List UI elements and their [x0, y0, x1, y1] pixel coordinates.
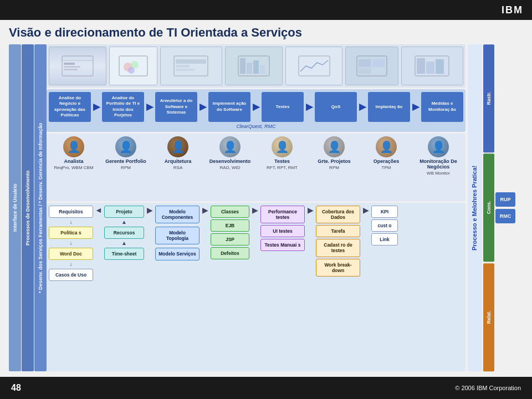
- screenshot-7: [401, 47, 463, 85]
- process-box-4: Implement ação do Software: [208, 92, 250, 122]
- person-name-arquitetura: Arquitetura: [165, 158, 192, 164]
- item-cadastro: Cadast ro de testes: [316, 239, 360, 257]
- svg-rect-10: [176, 59, 206, 64]
- svg-rect-25: [417, 58, 425, 74]
- person-sub-testes: RFT, RPT, RMT: [267, 165, 298, 171]
- col-performance: Performance testes UI testes Testes Manu…: [260, 206, 305, 252]
- arrow-down-3: ↓: [49, 262, 93, 267]
- screenshot-2: [109, 47, 157, 85]
- arrow-down-p2: ▲: [104, 241, 144, 246]
- person-sub-operacoes: TPM: [382, 165, 391, 171]
- footer-page: 48: [11, 383, 21, 393]
- person-sub-desenvolvimento: RAD, WID: [220, 165, 241, 171]
- process-box-5: Testes: [262, 92, 304, 122]
- person-sub-monitoracao: WB Monitor: [427, 171, 450, 176]
- clearquest-label: ClearQuest, RMC: [49, 124, 463, 129]
- person-analista: 👤 Analista ReqPro, WBM CBM: [49, 136, 99, 198]
- screenshot-6: [345, 47, 398, 85]
- col-cobertura: Cobertura dos Dados Tarefa Cadast ro de …: [316, 206, 360, 277]
- item-testes-manuais: Testes Manuai s: [260, 239, 305, 251]
- sub-labels-group: Rastr. Cons. Relat.: [483, 44, 494, 371]
- screenshot-5: [285, 47, 343, 85]
- process-box-7: Implantaç ão: [368, 92, 410, 122]
- person-sub-arquitetura: RSA: [173, 165, 182, 171]
- item-projeto: Projeto: [104, 206, 144, 218]
- svg-rect-11: [176, 65, 190, 68]
- ibm-logo: IBM: [502, 4, 523, 16]
- svg-rect-23: [372, 68, 385, 74]
- col-kpi: KPI cust o Link: [371, 206, 398, 246]
- item-workbreakdown: Work break- down: [316, 259, 360, 277]
- person-sub-gerente: RPM: [121, 165, 131, 171]
- item-custo: cust o: [371, 219, 398, 232]
- item-worddoc: Word Doc: [49, 248, 93, 260]
- person-projetos: 👤 Grte. Projetos RPM: [309, 136, 359, 198]
- process-box-1: Analise do Negócio e aprovação das Polit…: [49, 92, 91, 122]
- svg-rect-17: [260, 65, 265, 74]
- sub-label-cons: Cons.: [483, 154, 494, 262]
- svg-rect-26: [426, 62, 434, 74]
- label-processos: Processos de Desenvolvimento: [22, 44, 34, 371]
- person-name-monitoracao: Monitoração De Negócios: [413, 158, 463, 170]
- sub-label-relat: Relat.: [483, 263, 494, 371]
- svg-point-8: [128, 67, 135, 74]
- screenshot-4: [225, 47, 283, 85]
- svg-rect-21: [372, 59, 385, 67]
- avatar-operacoes: 👤: [376, 136, 397, 157]
- process-vertical-label: Processo e Melohres Pratica!: [468, 44, 482, 371]
- process-box-3: Arwuitetur a do Software e Sistemas: [155, 92, 197, 122]
- person-sub-analista: ReqPro, WBM CBM: [54, 165, 93, 171]
- footer-copyright: © 2006 IBM Corporation: [455, 385, 521, 391]
- item-modelo-comp: Modelo Componentes: [155, 206, 200, 223]
- avatar-projetos: 👤: [324, 136, 345, 157]
- avatar-arquitetura: 👤: [167, 136, 188, 157]
- avatar-desenvolvimento: 👤: [219, 136, 241, 157]
- screenshot-1: [49, 47, 106, 85]
- item-link: Link: [371, 233, 398, 245]
- col-modelo: Modelo Componentes Modelo Topologia Mode…: [155, 206, 200, 260]
- screenshots-row: [47, 44, 466, 88]
- process-box-8: Medidas e Monitoraç ão: [421, 92, 463, 122]
- bottom-row: Requisitos ↓ Política s ↓ Word Doc ↓ Cas…: [47, 203, 466, 371]
- item-cobertura: Cobertura dos Dados: [316, 206, 360, 223]
- right-section: Processo e Melohres Pratica! Rastr. Cons…: [468, 44, 523, 371]
- person-desenvolvimento: 👤 Desenvolvimento RAD, WID: [205, 136, 255, 198]
- item-rup: RUP: [495, 192, 515, 207]
- person-monitoracao: 👤 Monitoração De Negócios WB Monitor: [413, 136, 463, 198]
- item-kpi: KPI: [371, 206, 398, 218]
- svg-rect-22: [359, 68, 371, 74]
- item-jsp: JSP: [211, 233, 249, 245]
- arrow-down-2: ↓: [49, 241, 93, 246]
- svg-rect-27: [436, 59, 444, 74]
- arrow-down-1: ↓: [49, 219, 93, 225]
- col-projeto: Projeto ▲ Recursos ▲ Time-sheet: [104, 206, 144, 260]
- item-ui-testes: UI testes: [260, 225, 305, 237]
- person-sub-projetos: RPM: [329, 165, 339, 171]
- svg-rect-2: [64, 63, 75, 65]
- item-defeitos: Defeitos: [211, 247, 249, 259]
- label-desenv-ferramentas: * Desenv. dos Serviços Ferramentas / * D…: [34, 44, 47, 371]
- page-title: Visão e direcionamento de TI Orientada a…: [9, 25, 523, 40]
- process-row: Analise do Negócio e aprovação das Polit…: [47, 89, 466, 132]
- svg-rect-4: [64, 69, 78, 70]
- process-box-6: QoS: [315, 92, 357, 122]
- item-ejb: EJB: [211, 219, 249, 232]
- svg-rect-15: [247, 63, 252, 74]
- svg-rect-12: [176, 69, 195, 71]
- avatar-gerente: 👤: [115, 136, 136, 157]
- svg-rect-3: [64, 66, 80, 68]
- footer: 48 © 2006 IBM Corporation: [0, 377, 532, 399]
- item-politicas: Política s: [49, 227, 93, 239]
- person-testes: 👤 Testes RFT, RPT, RMT: [257, 136, 307, 198]
- arrow-down-p1: ▲: [104, 219, 144, 225]
- person-name-projetos: Grte. Projetos: [318, 158, 351, 164]
- person-gerente: 👤 Gerente Portfolio RPM: [101, 136, 151, 198]
- process-box-2: Analise do Portfolio de TI e Inicio dos …: [102, 92, 144, 122]
- person-name-desenvolvimento: Desenvolvimento: [209, 158, 251, 164]
- item-modelo-topo: Modelo Topologia: [155, 227, 200, 244]
- extra-items-group: RUP RMC: [495, 44, 515, 371]
- person-name-testes: Testes: [274, 158, 290, 164]
- person-name-gerente: Gerente Portfolio: [105, 158, 146, 164]
- main-content: Visão e direcionamento de TI Orientada a…: [0, 20, 532, 377]
- item-modelo-serv: Modelo Serviços: [155, 248, 200, 260]
